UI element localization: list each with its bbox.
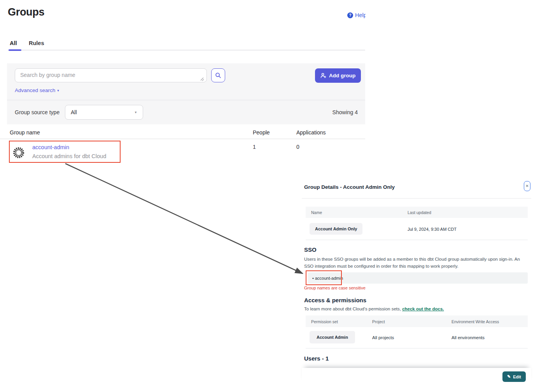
table-header-divider [0, 139, 365, 139]
group-source-type-select[interactable]: All ▼ [65, 105, 143, 120]
access-permissions-intro: To learn more about dbt Cloud's permissi… [304, 307, 444, 311]
detail-panel-title: Group Details - Account Admin Only [304, 184, 395, 190]
add-group-button[interactable]: Add group [315, 68, 361, 83]
col-header-environment-write-access: Environment Write Access [452, 319, 499, 324]
advanced-search-label: Advanced search [15, 87, 55, 93]
case-sensitive-note: Group names are case sensitive [304, 286, 366, 290]
advanced-search-toggle[interactable]: Advanced search ▾ [15, 87, 59, 93]
col-header-group-name: Group name [10, 129, 40, 136]
edit-button[interactable]: ✎ Edit [502, 371, 526, 382]
sso-description: Users in these SSO groups will be added … [304, 256, 529, 270]
close-icon[interactable]: ✕ [524, 181, 530, 191]
tab-rules[interactable]: Rules [29, 40, 44, 46]
col-header-project: Project [372, 319, 385, 324]
edit-label: Edit [513, 375, 521, 379]
help-icon: ? [347, 12, 353, 18]
search-input[interactable] [15, 68, 207, 82]
annotation-arrow [0, 0, 539, 392]
intro-text: To learn more about dbt Cloud's permissi… [304, 307, 402, 311]
search-button[interactable] [211, 68, 225, 82]
sso-heading: SSO [304, 246, 317, 253]
users-heading: Users - 1 [304, 355, 329, 362]
col-header-last-updated: Last updated [408, 210, 431, 215]
last-updated-cell: Jul 9, 2024, 9:30 AM CDT [408, 227, 457, 232]
col-header-name: Name [311, 210, 322, 215]
environment-cell: All environments [452, 335, 485, 340]
tab-all[interactable]: All [10, 40, 17, 46]
col-header-applications: Applications [296, 129, 326, 136]
detail-title-divider [302, 198, 531, 199]
group-name-link[interactable]: account-admin [32, 144, 69, 150]
sso-mapping-label: • account-admin [312, 276, 343, 280]
page-title: Groups [8, 6, 44, 18]
project-cell: All projects [372, 335, 394, 340]
active-tab-underline [9, 49, 21, 51]
tabs-divider [8, 50, 365, 51]
add-user-icon [320, 73, 326, 78]
filters-divider [7, 100, 365, 100]
group-name-chip: Account Admin Only [310, 223, 362, 235]
pencil-icon: ✎ [507, 374, 511, 379]
docs-link[interactable]: check out the docs. [402, 307, 444, 311]
name-table-divider [306, 240, 528, 240]
sso-mapping-row: • account-admin [308, 272, 528, 284]
col-header-people: People [253, 129, 270, 136]
select-value: All [71, 109, 77, 115]
group-sprocket-icon [12, 146, 25, 160]
access-permissions-heading: Access & permissions [304, 297, 366, 303]
permission-set-chip: Account Admin [310, 331, 355, 343]
showing-count: Showing 4 [303, 109, 358, 115]
caret-down-icon: ▼ [134, 111, 137, 114]
detail-footer: ✎ Edit [302, 368, 531, 385]
group-source-type-label: Group source type [15, 109, 60, 115]
group-description: Account admins for dbt Cloud [32, 153, 106, 159]
help-link[interactable]: ? Help [347, 12, 366, 18]
col-header-permission-set: Permission set [311, 319, 338, 324]
caret-down-icon: ▾ [57, 89, 59, 92]
permissions-table-divider [306, 348, 528, 348]
add-group-label: Add group [329, 73, 355, 78]
search-icon [215, 72, 221, 78]
help-label: Help [355, 12, 366, 18]
applications-count-cell: 0 [296, 144, 299, 150]
people-count-cell: 1 [253, 144, 256, 150]
